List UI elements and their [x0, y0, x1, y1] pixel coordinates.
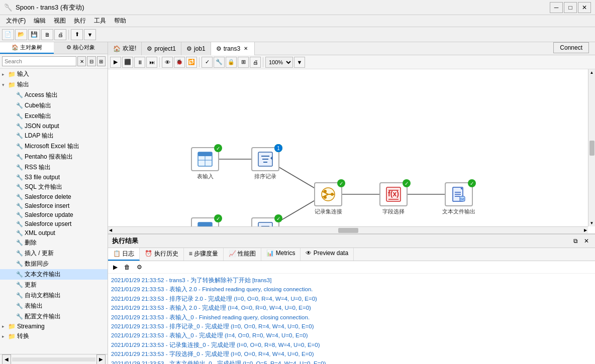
- tree-item-access-out[interactable]: 🔧Access 输出: [0, 90, 108, 100]
- tree-item-xml-out[interactable]: 🔧XML output: [0, 228, 108, 237]
- tab-close-trans3[interactable]: ✕: [242, 45, 249, 52]
- wf-check-button[interactable]: ✓: [202, 57, 213, 68]
- tree-item-auto-doc-out[interactable]: 🔧自动文档输出: [0, 290, 108, 301]
- tree-label-input: 输入: [17, 70, 29, 78]
- tree-item-streaming[interactable]: ▸📁Streaming: [0, 322, 108, 331]
- zoom-select[interactable]: 100% 75% 50% 150%: [265, 57, 293, 68]
- hscroll-thumb[interactable]: [338, 228, 358, 233]
- wf-node-select[interactable]: f(x) ✓字段选择: [379, 182, 408, 215]
- tree-item-sf-ups[interactable]: 🔧Salesforce upsert: [0, 219, 108, 228]
- tree-item-sf-ins[interactable]: 🔧Salesforce insert: [0, 201, 108, 210]
- tree-item-transform[interactable]: ▸📁转换: [0, 331, 108, 341]
- tree-item-text-file-out[interactable]: 🔧文本文件输出: [0, 269, 108, 280]
- wf-print-button[interactable]: 🖨: [250, 57, 261, 68]
- search-input[interactable]: [2, 56, 76, 66]
- canvas-hscrollbar[interactable]: ◀ ▶: [108, 226, 588, 233]
- deploy-arrow[interactable]: ▼: [84, 29, 96, 40]
- log-settings-button[interactable]: ⚙: [134, 262, 144, 272]
- tree-item-ldap-out[interactable]: 🔧LDAP 输出: [0, 131, 108, 141]
- wf-node-file-out[interactable]: txt ✓文本文件输出: [442, 182, 475, 215]
- content-tab-欢迎![interactable]: 🏠欢迎!: [108, 42, 142, 55]
- bottom-tab-Metrics[interactable]: 📊 Metrics: [261, 248, 301, 261]
- wf-node-sort-1[interactable]: ✓1排序记录: [251, 147, 279, 180]
- tree-item-config-out[interactable]: 🔧配置文件输出: [0, 311, 108, 322]
- maximize-button[interactable]: □: [564, 2, 577, 13]
- bottom-tab-日志[interactable]: 📋 日志: [108, 248, 140, 261]
- tree-item-output[interactable]: ▾📁输出: [0, 79, 108, 90]
- hscroll-left-arrow[interactable]: ◀: [109, 228, 112, 232]
- close-button[interactable]: ✕: [578, 2, 591, 13]
- content-tab-job1[interactable]: ⚙job1: [181, 42, 211, 55]
- scroll-right-button[interactable]: ▶: [96, 354, 106, 365]
- bottom-tab-性能图[interactable]: 📈 性能图: [224, 248, 261, 261]
- tree-item-pentaho-out[interactable]: 🔧Pentaho 报表输出: [0, 152, 108, 162]
- vscroll-thumb[interactable]: [589, 141, 594, 156]
- saveas-button[interactable]: 🗎: [41, 29, 53, 40]
- tab-main-objects[interactable]: 🏠 主对象树: [0, 42, 54, 54]
- tree-item-del[interactable]: 🔧删除: [0, 237, 108, 248]
- connect-button[interactable]: Connect: [553, 42, 589, 53]
- tab-core-objects[interactable]: ⚙ 核心对象: [54, 42, 108, 54]
- canvas-area[interactable]: ✓表输入 ✓1排序记录 ✓表输入 2 ✓排序记录 2: [108, 69, 595, 233]
- content-tab-project1[interactable]: ⚙project1: [142, 42, 181, 55]
- wf-play-button[interactable]: ▶: [110, 57, 121, 68]
- tree-item-data-sync[interactable]: 🔧数据同步: [0, 259, 108, 269]
- minimize-button[interactable]: ─: [550, 2, 563, 13]
- vscroll-up-arrow[interactable]: ▲: [590, 70, 594, 75]
- canvas-vscrollbar[interactable]: ▲ ▼: [588, 69, 595, 226]
- menu-run[interactable]: 执行: [70, 16, 90, 26]
- search-clear-button[interactable]: ✕: [77, 56, 86, 66]
- save-button[interactable]: 💾: [28, 29, 40, 40]
- print-button[interactable]: 🖨: [54, 29, 66, 40]
- zoom-dropdown-button[interactable]: ▼: [294, 57, 305, 68]
- tree-item-sql-out[interactable]: 🔧SQL 文件输出: [0, 182, 108, 192]
- open-button[interactable]: 📂: [15, 29, 27, 40]
- tree-item-update[interactable]: 🔧更新: [0, 280, 108, 290]
- content-tab-trans3[interactable]: ⚙trans3✕: [211, 42, 255, 55]
- wf-debug-button[interactable]: 🐞: [174, 57, 185, 68]
- tree-item-s3-out[interactable]: 🔧S3 file output: [0, 173, 108, 182]
- tree-item-table-out[interactable]: 🔧表输出: [0, 301, 108, 311]
- menu-help[interactable]: 帮助: [110, 16, 130, 26]
- new-button[interactable]: 📄: [2, 29, 14, 40]
- log-clear-button[interactable]: 🗑: [122, 262, 132, 272]
- tree-item-sf-del[interactable]: 🔧Salesforce delete: [0, 192, 108, 201]
- bottom-tab-执行历史[interactable]: ⏰ 执行历史: [140, 248, 183, 261]
- bottom-tab-步骤度量[interactable]: ≡ 步骤度量: [184, 248, 224, 261]
- menu-view[interactable]: 视图: [50, 16, 70, 26]
- tree-item-json-out[interactable]: 🔧JSON output: [0, 122, 108, 131]
- wf-node-label-table-in-1: 表输入: [197, 173, 214, 180]
- wf-step-button[interactable]: ⏭: [146, 57, 157, 68]
- wf-pause-button[interactable]: ⏸: [134, 57, 145, 68]
- tree-item-rss-out[interactable]: 🔧RSS 输出: [0, 162, 108, 173]
- wf-preview-button[interactable]: 👁: [162, 57, 173, 68]
- scroll-left-button[interactable]: ◀: [2, 354, 11, 365]
- bottom-expand-button[interactable]: ⧉: [571, 236, 580, 246]
- menu-file[interactable]: 文件(F): [2, 16, 30, 26]
- log-play-button[interactable]: ▶: [110, 262, 120, 272]
- vscroll-down-arrow[interactable]: ▼: [590, 221, 594, 225]
- wf-stop-button[interactable]: ⬛: [122, 57, 133, 68]
- menu-edit[interactable]: 编辑: [30, 16, 50, 26]
- wf-replay-button[interactable]: 🔁: [186, 57, 197, 68]
- bottom-close-button[interactable]: ✕: [582, 236, 591, 246]
- wf-node-merge[interactable]: ✓记录集连接: [314, 182, 342, 215]
- bottom-tab-Preview data[interactable]: 👁 Preview data: [301, 248, 354, 261]
- hscroll-right-arrow[interactable]: ▶: [584, 228, 587, 232]
- deploy-button[interactable]: ⬆: [71, 29, 83, 40]
- tree-item-sf-upd[interactable]: 🔧Salesforce update: [0, 210, 108, 219]
- tree-item-insert-update[interactable]: 🔧插入 / 更新: [0, 248, 108, 259]
- tree-item-msexcel-out[interactable]: 🔧Microsoft Excel 输出: [0, 141, 108, 152]
- tree-item-cube-out[interactable]: 🔧Cube输出: [0, 100, 108, 111]
- tree-item-excel-out[interactable]: 🔧Excel输出: [0, 111, 108, 122]
- wf-lock-button[interactable]: 🔒: [226, 57, 237, 68]
- wf-align-button[interactable]: ⊞: [238, 57, 249, 68]
- wf-database-button[interactable]: 🔧: [214, 57, 225, 68]
- search-collapse-button[interactable]: ⊟: [87, 56, 95, 66]
- log-toolbar: ▶ 🗑 ⚙: [108, 261, 595, 274]
- search-expand-button[interactable]: ⊞: [97, 56, 106, 66]
- menu-tools[interactable]: 工具: [90, 16, 110, 26]
- tree-item-input[interactable]: ▸📁输入: [0, 69, 108, 79]
- tree-label-data-sync: 数据同步: [25, 260, 49, 268]
- wf-node-table-in-1[interactable]: ✓表输入: [191, 147, 219, 180]
